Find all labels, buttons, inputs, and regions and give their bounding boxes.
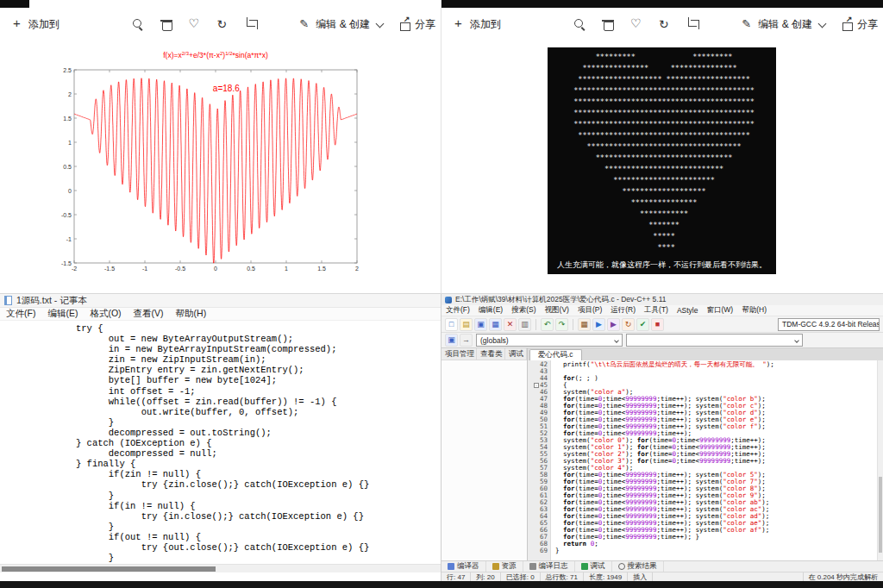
sidebar-tab[interactable]: 查看类: [477, 348, 505, 360]
save-all-icon[interactable]: ▦: [489, 318, 502, 331]
notepad-text[interactable]: try { out = new ByteArrayOutputStream();…: [0, 321, 441, 572]
menu-item[interactable]: 编辑(E): [41, 308, 84, 320]
devcpp-codepane[interactable]: printf("\t\t乌云后面依然是灿烂的晴天，每一天都有无限可能。 "); …: [551, 360, 883, 560]
devcpp-sidebar-tabs: 项目管理查看类调试: [442, 348, 527, 360]
tab-search-results-icon: [618, 563, 625, 570]
svg-text:0.5: 0.5: [247, 266, 255, 272]
svg-text:-1: -1: [66, 236, 72, 242]
crop-icon[interactable]: [245, 17, 259, 31]
devcpp-toolbar-icons: □▤▣▦✕▥↶↷▦▶▶↻✔■: [445, 318, 664, 331]
share-button[interactable]: 分享: [840, 17, 878, 32]
delete-icon[interactable]: [160, 17, 173, 31]
svg-text:2.5: 2.5: [63, 67, 72, 73]
run-icon[interactable]: ▶: [592, 318, 605, 331]
svg-text:1: 1: [68, 140, 72, 146]
plot-image: -2-1.5-1-0.500.511.52-1.5-1-0.500.511.52…: [0, 46, 441, 284]
notepad-menubar: 文件(F)编辑(E)格式(O)查看(V)帮助(H): [0, 308, 441, 321]
taskbar[interactable]: [0, 581, 883, 588]
debug-icon[interactable]: ✔: [636, 318, 649, 331]
delete-icon[interactable]: [601, 17, 615, 31]
svg-text:-1.5: -1.5: [104, 266, 115, 272]
zoom-icon[interactable]: [573, 17, 586, 31]
svg-text:-2: -2: [72, 266, 77, 272]
window-chrome-fragment: [0, 0, 29, 8]
undo-icon[interactable]: ↶: [541, 318, 554, 331]
editor-tabbar: 爱心代码.c: [528, 348, 883, 360]
redo-icon[interactable]: ↷: [555, 318, 568, 331]
photos-toolbar: 添加到 编辑 & 创建 分享: [0, 8, 441, 41]
menu-item[interactable]: 视图(V): [541, 305, 573, 316]
members-select[interactable]: [626, 334, 803, 347]
devcpp-statusbar: 行: 47列: 20已选择: 0总行数: 71长度: 1949插入在 0.204…: [442, 572, 883, 581]
tab-search-results[interactable]: 搜索结果: [612, 561, 664, 572]
editor-scrollbar[interactable]: [877, 360, 883, 560]
zoom-icon[interactable]: [131, 17, 145, 31]
edit-create-button[interactable]: 编辑 & 创建: [298, 17, 387, 32]
menu-item[interactable]: 项目(P): [573, 305, 606, 316]
menu-item[interactable]: 运行(R): [606, 305, 640, 316]
menu-item[interactable]: 格式(O): [84, 308, 127, 320]
rotate-icon[interactable]: [216, 17, 230, 31]
menu-item[interactable]: 窗口(W): [702, 305, 737, 316]
open-file-icon[interactable]: ▤: [460, 318, 473, 331]
print-icon[interactable]: ▥: [518, 318, 531, 331]
sidebar-tab[interactable]: 调试: [505, 348, 527, 360]
status-segment: 长度: 1949: [584, 572, 628, 581]
stop-icon[interactable]: ■: [651, 318, 664, 331]
devcpp-titlebar: E:\工作\炳赋\39\材料\计算机2025医学\爱心代码.c - Dev-C+…: [442, 294, 883, 305]
share-icon: [398, 17, 411, 31]
project-panel: 项目管理查看类调试: [442, 348, 528, 560]
sidebar-tab[interactable]: 项目管理: [442, 348, 477, 360]
menu-item[interactable]: 编辑(E): [474, 305, 507, 316]
svg-text:1: 1: [285, 266, 288, 272]
horizontal-scrollbar[interactable]: [0, 564, 441, 572]
crop-icon[interactable]: [686, 17, 700, 31]
menu-item[interactable]: 文件(F): [0, 308, 41, 320]
toolbar-separator: [573, 319, 573, 330]
menu-item[interactable]: 文件(F): [442, 305, 474, 316]
class-browser-icon[interactable]: ▣: [445, 334, 458, 347]
tab-compiler[interactable]: 编译器: [442, 561, 486, 572]
tab-resources[interactable]: 资源: [486, 561, 523, 572]
save-icon[interactable]: ▣: [474, 318, 487, 331]
menu-item[interactable]: 帮助(H): [170, 308, 213, 320]
compile-run-icon[interactable]: ▶: [607, 318, 620, 331]
svg-text:0.5: 0.5: [63, 164, 72, 170]
menu-item[interactable]: 查看(V): [128, 308, 170, 320]
globals-select[interactable]: (globals): [476, 334, 623, 347]
compile-icon[interactable]: ▦: [578, 318, 591, 331]
menu-item[interactable]: 搜索(S): [507, 305, 540, 316]
menu-item[interactable]: 帮助(H): [737, 305, 771, 316]
svg-text:-0.5: -0.5: [61, 212, 72, 218]
project-tree[interactable]: [442, 360, 527, 560]
tab-debug[interactable]: 调试: [575, 561, 612, 572]
rebuild-all-icon[interactable]: ↻: [622, 318, 635, 331]
devcpp-icon: [445, 297, 452, 303]
tab-debug-icon: [581, 563, 588, 570]
share-icon: [840, 17, 854, 31]
edit-create-button[interactable]: 编辑 & 创建: [741, 17, 830, 32]
goto-definition-icon[interactable]: →: [460, 334, 473, 347]
close-file-icon[interactable]: ✕: [504, 318, 517, 331]
photos-top-strip: [0, 0, 441, 8]
share-button[interactable]: 分享: [398, 17, 435, 32]
scrollbar-thumb[interactable]: [879, 477, 882, 553]
favorite-icon[interactable]: [188, 17, 202, 31]
editor-tab[interactable]: 爱心代码.c: [529, 349, 582, 360]
compiler-label: TDM-GCC 4.9.2 64-bit Release: [782, 320, 880, 328]
notepad-edit-area[interactable]: try { out = new ByteArrayOutputStream();…: [0, 321, 441, 572]
notepad-icon: [4, 296, 12, 305]
compiler-select[interactable]: TDM-GCC 4.9.2 64-bit Release: [778, 318, 880, 331]
favorite-icon[interactable]: [629, 17, 643, 31]
console-caption: 人生充满可能，就像这程序一样，不运行到最后看不到结果。: [557, 260, 767, 271]
code-editor[interactable]: 424344-454647484950515253545556575859606…: [528, 360, 883, 560]
menu-item[interactable]: AStyle: [673, 306, 703, 315]
new-file-icon[interactable]: □: [445, 318, 458, 331]
screenshot-collage: 添加到 编辑 & 创建 分享: [0, 0, 883, 588]
menu-item[interactable]: 工具(T): [640, 305, 673, 316]
scrollbar-thumb[interactable]: [2, 566, 216, 572]
share-label: 分享: [415, 17, 435, 32]
tab-compile-log[interactable]: 编译日志: [523, 561, 575, 572]
rotate-icon[interactable]: [658, 17, 672, 31]
photos-window-plot: 添加到 编辑 & 创建 分享: [0, 0, 442, 294]
